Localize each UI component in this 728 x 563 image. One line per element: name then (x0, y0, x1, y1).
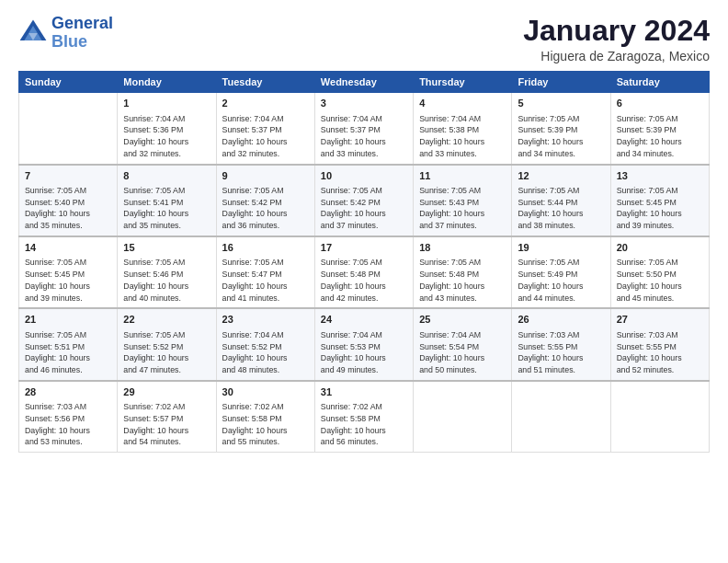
logo-line2: Blue (51, 32, 87, 51)
day-info: Sunrise: 7:05 AM Sunset: 5:42 PM Dayligh… (222, 185, 309, 232)
day-number: 30 (222, 385, 309, 399)
logo-icon (18, 18, 48, 48)
day-info: Sunrise: 7:05 AM Sunset: 5:40 PM Dayligh… (25, 185, 111, 232)
calendar-cell: 20Sunrise: 7:05 AM Sunset: 5:50 PM Dayli… (610, 236, 709, 308)
day-number: 4 (419, 97, 506, 110)
calendar-cell: 22Sunrise: 7:05 AM Sunset: 5:52 PM Dayli… (118, 308, 216, 380)
day-number: 1 (123, 97, 210, 110)
calendar-cell: 27Sunrise: 7:03 AM Sunset: 5:55 PM Dayli… (610, 308, 709, 380)
day-number: 15 (123, 241, 210, 255)
calendar-cell: 16Sunrise: 7:05 AM Sunset: 5:47 PM Dayli… (216, 236, 314, 308)
calendar-cell: 7Sunrise: 7:05 AM Sunset: 5:40 PM Daylig… (19, 165, 118, 236)
day-info: Sunrise: 7:04 AM Sunset: 5:37 PM Dayligh… (222, 113, 309, 160)
weekday-header-saturday: Saturday (610, 72, 709, 93)
day-number: 10 (321, 169, 407, 183)
day-info: Sunrise: 7:04 AM Sunset: 5:37 PM Dayligh… (321, 113, 407, 160)
weekday-header-row: SundayMondayTuesdayWednesdayThursdayFrid… (19, 72, 710, 93)
calendar-cell (610, 381, 709, 453)
calendar-cell: 12Sunrise: 7:05 AM Sunset: 5:44 PM Dayli… (512, 165, 610, 236)
calendar-cell: 4Sunrise: 7:04 AM Sunset: 5:38 PM Daylig… (414, 93, 512, 165)
day-number: 6 (617, 97, 703, 110)
day-number: 2 (222, 97, 309, 110)
day-number: 13 (617, 169, 703, 183)
day-number: 22 (123, 313, 210, 327)
calendar-cell: 2Sunrise: 7:04 AM Sunset: 5:37 PM Daylig… (216, 93, 314, 165)
calendar-cell (414, 381, 512, 453)
title-block: January 2024 Higuera de Zaragoza, Mexico (523, 15, 710, 63)
calendar-header: SundayMondayTuesdayWednesdayThursdayFrid… (19, 72, 710, 93)
day-number: 16 (222, 241, 309, 255)
calendar-cell: 29Sunrise: 7:02 AM Sunset: 5:57 PM Dayli… (118, 381, 216, 453)
day-info: Sunrise: 7:04 AM Sunset: 5:38 PM Dayligh… (419, 113, 506, 160)
day-number: 8 (123, 169, 210, 183)
header: General Blue January 2024 Higuera de Zar… (18, 15, 710, 63)
calendar-cell: 5Sunrise: 7:05 AM Sunset: 5:39 PM Daylig… (512, 93, 610, 165)
day-info: Sunrise: 7:05 AM Sunset: 5:41 PM Dayligh… (123, 185, 210, 232)
day-number: 26 (518, 313, 604, 327)
day-info: Sunrise: 7:05 AM Sunset: 5:43 PM Dayligh… (419, 185, 506, 232)
day-number: 7 (25, 169, 111, 183)
day-info: Sunrise: 7:03 AM Sunset: 5:56 PM Dayligh… (25, 401, 111, 448)
day-info: Sunrise: 7:05 AM Sunset: 5:47 PM Dayligh… (222, 257, 309, 304)
calendar-cell: 11Sunrise: 7:05 AM Sunset: 5:43 PM Dayli… (414, 165, 512, 236)
day-info: Sunrise: 7:05 AM Sunset: 5:49 PM Dayligh… (518, 257, 604, 304)
day-number: 14 (25, 241, 111, 255)
day-number: 17 (321, 241, 407, 255)
day-number: 27 (617, 313, 703, 327)
calendar-cell: 26Sunrise: 7:03 AM Sunset: 5:55 PM Dayli… (512, 308, 610, 380)
calendar-cell: 21Sunrise: 7:05 AM Sunset: 5:51 PM Dayli… (19, 308, 118, 380)
calendar-week-row: 28Sunrise: 7:03 AM Sunset: 5:56 PM Dayli… (19, 381, 710, 453)
calendar-cell: 24Sunrise: 7:04 AM Sunset: 5:53 PM Dayli… (314, 308, 413, 380)
day-info: Sunrise: 7:05 AM Sunset: 5:50 PM Dayligh… (617, 257, 703, 304)
day-number: 29 (123, 385, 210, 399)
calendar-cell: 13Sunrise: 7:05 AM Sunset: 5:45 PM Dayli… (610, 165, 709, 236)
calendar-cell: 8Sunrise: 7:05 AM Sunset: 5:41 PM Daylig… (118, 165, 216, 236)
day-number: 21 (25, 313, 111, 327)
day-info: Sunrise: 7:05 AM Sunset: 5:52 PM Dayligh… (123, 329, 210, 376)
calendar-cell: 1Sunrise: 7:04 AM Sunset: 5:36 PM Daylig… (118, 93, 216, 165)
day-number: 5 (518, 97, 604, 110)
calendar-cell: 30Sunrise: 7:02 AM Sunset: 5:58 PM Dayli… (216, 381, 314, 453)
day-info: Sunrise: 7:02 AM Sunset: 5:58 PM Dayligh… (321, 401, 407, 448)
weekday-header-wednesday: Wednesday (314, 72, 413, 93)
calendar-table: SundayMondayTuesdayWednesdayThursdayFrid… (18, 71, 710, 453)
weekday-header-thursday: Thursday (414, 72, 512, 93)
calendar-week-row: 21Sunrise: 7:05 AM Sunset: 5:51 PM Dayli… (19, 308, 710, 380)
location: Higuera de Zaragoza, Mexico (523, 49, 710, 63)
day-number: 12 (518, 169, 604, 183)
calendar-cell: 23Sunrise: 7:04 AM Sunset: 5:52 PM Dayli… (216, 308, 314, 380)
day-info: Sunrise: 7:04 AM Sunset: 5:54 PM Dayligh… (419, 329, 506, 376)
calendar-cell: 6Sunrise: 7:05 AM Sunset: 5:39 PM Daylig… (610, 93, 709, 165)
calendar-cell (19, 93, 118, 165)
day-info: Sunrise: 7:05 AM Sunset: 5:46 PM Dayligh… (123, 257, 210, 304)
calendar-week-row: 14Sunrise: 7:05 AM Sunset: 5:45 PM Dayli… (19, 236, 710, 308)
day-number: 28 (25, 385, 111, 399)
day-info: Sunrise: 7:04 AM Sunset: 5:36 PM Dayligh… (123, 113, 210, 160)
day-info: Sunrise: 7:05 AM Sunset: 5:44 PM Dayligh… (518, 185, 604, 232)
calendar-body: 1Sunrise: 7:04 AM Sunset: 5:36 PM Daylig… (19, 93, 710, 453)
calendar-cell: 9Sunrise: 7:05 AM Sunset: 5:42 PM Daylig… (216, 165, 314, 236)
calendar-cell: 17Sunrise: 7:05 AM Sunset: 5:48 PM Dayli… (314, 236, 413, 308)
logo-line1: General (51, 14, 113, 32)
day-info: Sunrise: 7:05 AM Sunset: 5:45 PM Dayligh… (617, 185, 703, 232)
calendar-cell: 3Sunrise: 7:04 AM Sunset: 5:37 PM Daylig… (314, 93, 413, 165)
day-info: Sunrise: 7:03 AM Sunset: 5:55 PM Dayligh… (617, 329, 703, 376)
month-title: January 2024 (523, 15, 710, 47)
calendar-cell: 31Sunrise: 7:02 AM Sunset: 5:58 PM Dayli… (314, 381, 413, 453)
day-number: 11 (419, 169, 506, 183)
weekday-header-sunday: Sunday (19, 72, 118, 93)
day-info: Sunrise: 7:05 AM Sunset: 5:51 PM Dayligh… (25, 329, 111, 376)
day-number: 23 (222, 313, 309, 327)
logo-text: General Blue (51, 15, 113, 52)
day-number: 25 (419, 313, 506, 327)
day-info: Sunrise: 7:04 AM Sunset: 5:53 PM Dayligh… (321, 329, 407, 376)
day-info: Sunrise: 7:03 AM Sunset: 5:55 PM Dayligh… (518, 329, 604, 376)
day-number: 9 (222, 169, 309, 183)
calendar-cell: 15Sunrise: 7:05 AM Sunset: 5:46 PM Dayli… (118, 236, 216, 308)
day-info: Sunrise: 7:02 AM Sunset: 5:58 PM Dayligh… (222, 401, 309, 448)
calendar-cell: 10Sunrise: 7:05 AM Sunset: 5:42 PM Dayli… (314, 165, 413, 236)
weekday-header-friday: Friday (512, 72, 610, 93)
day-number: 24 (321, 313, 407, 327)
weekday-header-tuesday: Tuesday (216, 72, 314, 93)
day-number: 20 (617, 241, 703, 255)
